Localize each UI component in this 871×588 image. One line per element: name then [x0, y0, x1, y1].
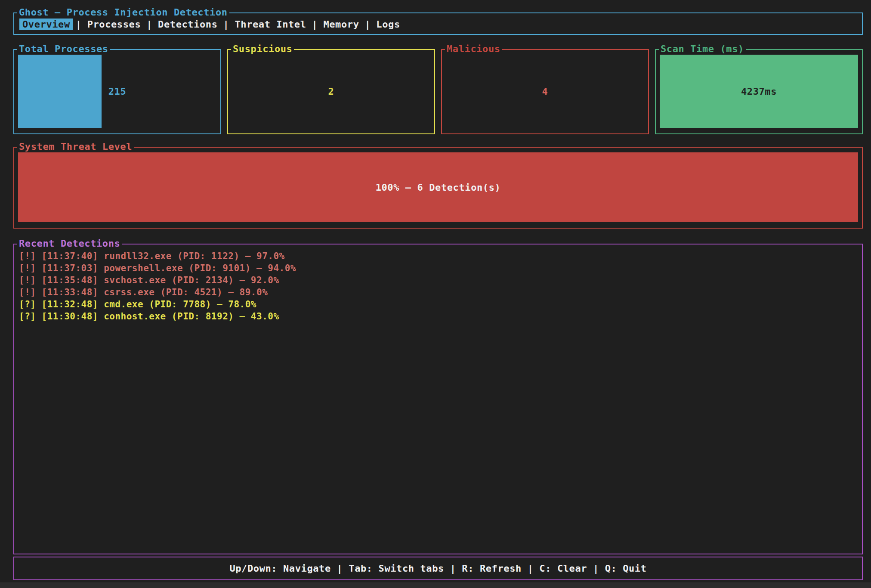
- bottom-strip: [0, 582, 871, 588]
- stat-title-suspicious: Suspicious: [231, 43, 294, 55]
- stat-title-scan-time: Scan Time (ms): [659, 43, 746, 55]
- tab-logs[interactable]: Logs: [373, 19, 403, 30]
- stat-value-malicious: 4: [446, 55, 644, 128]
- stat-panel-suspicious: Suspicious2: [227, 49, 435, 134]
- tab-separator: |: [223, 19, 229, 30]
- tab-memory[interactable]: Memory: [320, 19, 362, 30]
- detection-row[interactable]: [!] [11:35:48] svchost.exe (PID: 2134) —…: [19, 274, 862, 286]
- stat-panel-total-processes: Total Processes215: [13, 49, 221, 134]
- stat-value-total-processes: 215: [18, 55, 216, 128]
- help-text: Up/Down: Navigate | Tab: Switch tabs | R…: [14, 557, 862, 579]
- tab-detections[interactable]: Detections: [155, 19, 220, 30]
- stat-gauge: 4237ms: [660, 55, 858, 128]
- threat-panel-title: System Threat Level: [17, 141, 134, 152]
- app-title: Ghost — Process Injection Detection: [17, 7, 229, 18]
- stat-title-total-processes: Total Processes: [17, 43, 110, 55]
- detection-row[interactable]: [?] [11:32:48] cmd.exe (PID: 7788) — 78.…: [19, 298, 862, 310]
- stat-gauge: 215: [18, 55, 216, 128]
- threat-level-panel: System Threat Level 100% — 6 Detection(s…: [13, 147, 863, 229]
- threat-gauge-label: 100% — 6 Detection(s): [18, 152, 858, 222]
- stats-row: Total Processes215Suspicious2Malicious4S…: [13, 49, 863, 134]
- stat-title-malicious: Malicious: [445, 43, 502, 55]
- header-panel: Ghost — Process Injection Detection Over…: [13, 12, 863, 35]
- tab-separator: |: [76, 19, 82, 30]
- stat-panel-scan-time: Scan Time (ms)4237ms: [655, 49, 863, 134]
- tab-separator: |: [312, 19, 318, 30]
- tab-overview[interactable]: Overview: [19, 19, 73, 30]
- help-bar: Up/Down: Navigate | Tab: Switch tabs | R…: [13, 557, 863, 580]
- tab-separator: |: [146, 19, 152, 30]
- stat-gauge: 2: [232, 55, 430, 128]
- detection-row[interactable]: [?] [11:30:48] conhost.exe (PID: 8192) —…: [19, 310, 862, 322]
- detections-list: [!] [11:37:40] rundll32.exe (PID: 1122) …: [14, 244, 862, 322]
- detections-panel-title: Recent Detections: [17, 238, 122, 249]
- recent-detections-panel: Recent Detections [!] [11:37:40] rundll3…: [13, 244, 863, 554]
- detection-row[interactable]: [!] [11:37:40] rundll32.exe (PID: 1122) …: [19, 250, 862, 262]
- detection-row[interactable]: [!] [11:37:03] powershell.exe (PID: 9101…: [19, 262, 862, 274]
- tab-processes[interactable]: Processes: [84, 19, 144, 30]
- detection-row[interactable]: [!] [11:33:48] csrss.exe (PID: 4521) — 8…: [19, 286, 862, 298]
- ghost-tui-app: Ghost — Process Injection Detection Over…: [0, 0, 871, 588]
- main-content: Ghost — Process Injection Detection Over…: [13, 12, 863, 580]
- stat-value-suspicious: 2: [232, 55, 430, 128]
- threat-gauge: 100% — 6 Detection(s): [18, 152, 858, 222]
- tab-separator: |: [365, 19, 371, 30]
- tab-threat-intel[interactable]: Threat Intel: [232, 19, 309, 30]
- stat-value-scan-time: 4237ms: [660, 55, 858, 128]
- stat-gauge: 4: [446, 55, 644, 128]
- stat-panel-malicious: Malicious4: [441, 49, 649, 134]
